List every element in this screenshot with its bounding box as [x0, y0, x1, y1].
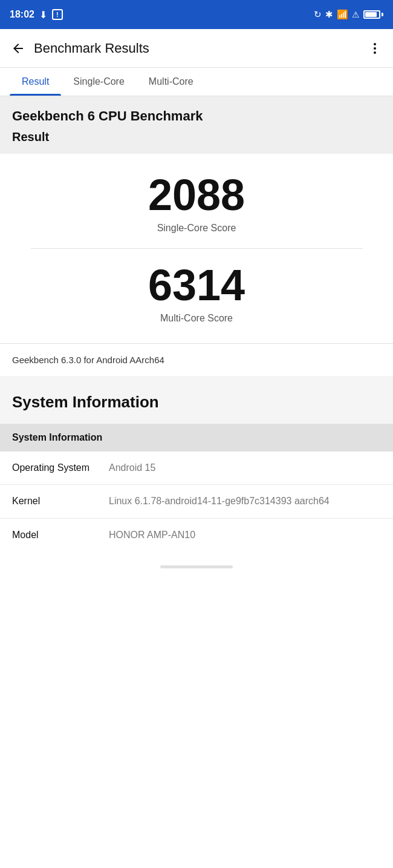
tab-single-core[interactable]: Single-Core: [61, 68, 136, 96]
back-button[interactable]: [5, 35, 31, 62]
svg-point-2: [374, 51, 376, 54]
back-arrow-icon: [11, 41, 25, 56]
benchmark-title: Geekbench 6 CPU Benchmark: [12, 108, 381, 124]
svg-point-1: [374, 47, 376, 50]
info-label-model: Model: [12, 528, 109, 542]
tab-result[interactable]: Result: [10, 68, 61, 96]
status-right: ↻ ✱ 📶 ⚠: [314, 9, 383, 20]
info-row-kernel: Kernel Linux 6.1.78-android14-11-ge9fb7c…: [0, 485, 393, 518]
info-row-model: Model HONOR AMP-AN10: [0, 519, 393, 551]
info-label-os: Operating System: [12, 461, 109, 475]
more-options-icon: [368, 41, 382, 56]
scroll-indicator: [160, 565, 233, 568]
info-row-os: Operating System Android 15: [0, 452, 393, 485]
page-title: Benchmark Results: [34, 41, 362, 56]
version-info: Geekbench 6.3.0 for Android AArch64: [0, 343, 393, 376]
system-info-heading: System Information: [12, 393, 381, 412]
rotate-icon: ↻: [314, 9, 322, 20]
single-core-label: Single-Core Score: [12, 223, 381, 234]
single-core-score: 2088 Single-Core Score: [12, 173, 381, 234]
more-options-button[interactable]: [362, 35, 388, 62]
single-core-number: 2088: [12, 173, 381, 217]
system-info-table-header: System Information: [0, 424, 393, 452]
battery-icon: [363, 10, 383, 19]
multi-core-label: Multi-Core Score: [12, 313, 381, 324]
download-icon: ⬇: [39, 9, 47, 21]
benchmark-result-label: Result: [12, 130, 381, 144]
warning-icon: ⚠: [352, 10, 360, 19]
multi-core-score: 6314 Multi-Core Score: [12, 263, 381, 324]
system-info-table: System Information Operating System Andr…: [0, 424, 393, 551]
score-section: 2088 Single-Core Score 6314 Multi-Core S…: [0, 154, 393, 343]
tab-bar: Result Single-Core Multi-Core: [0, 68, 393, 96]
app-bar: Benchmark Results: [0, 29, 393, 68]
tab-multi-core[interactable]: Multi-Core: [137, 68, 206, 96]
info-value-model: HONOR AMP-AN10: [109, 528, 381, 542]
status-left: 18:02 ⬇ !: [10, 9, 63, 21]
info-label-kernel: Kernel: [12, 495, 109, 508]
wifi-icon: 📶: [337, 9, 348, 20]
info-value-kernel: Linux 6.1.78-android14-11-ge9fb7c314393 …: [109, 495, 381, 508]
bluetooth-icon: ✱: [325, 9, 333, 20]
system-info-heading-section: System Information: [0, 376, 393, 424]
svg-point-0: [374, 43, 376, 45]
info-value-os: Android 15: [109, 461, 381, 475]
benchmark-header: Geekbench 6 CPU Benchmark Result: [0, 96, 393, 154]
multi-core-number: 6314: [12, 263, 381, 307]
score-divider: [31, 248, 363, 249]
status-bar: 18:02 ⬇ ! ↻ ✱ 📶 ⚠: [0, 0, 393, 29]
status-time: 18:02: [10, 9, 34, 20]
alert-icon: !: [52, 9, 63, 20]
